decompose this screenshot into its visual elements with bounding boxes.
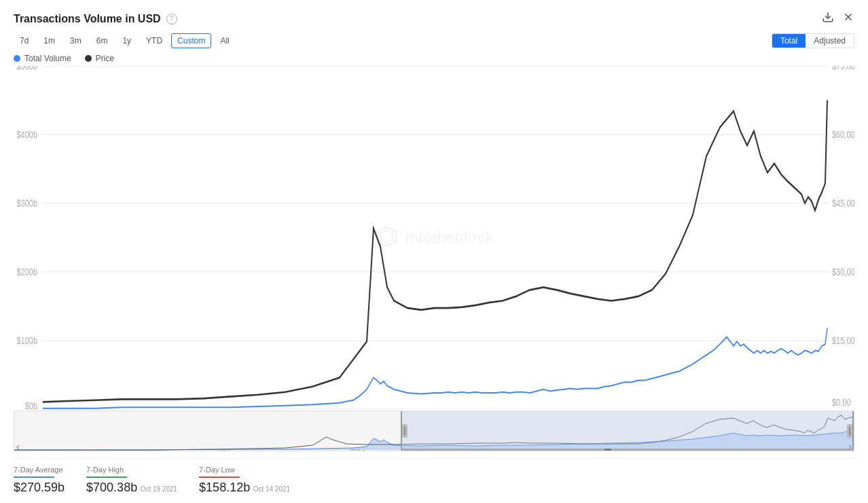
time-filters: 7d 1m 3m 6m 1y YTD Custom All [14, 33, 236, 48]
minimap-left-handle[interactable] [401, 411, 409, 451]
svg-text:$200b: $200b [16, 266, 37, 278]
download-button[interactable] [822, 11, 834, 27]
legend-price: Price [85, 54, 114, 63]
svg-text:$0b: $0b [25, 400, 37, 409]
filter-all[interactable]: All [214, 33, 235, 48]
view-total[interactable]: Total [772, 34, 806, 48]
stat-high-date: Oct 19 2021 [141, 485, 177, 493]
svg-text:$30,000.00: $30,000.00 [832, 266, 854, 278]
chart-area: intotheblock $500b $400b $300b $200b $10… [14, 66, 854, 409]
stat-low-date: Oct 14 2021 [253, 485, 290, 493]
title-area: Transactions Volume in USD ? [14, 13, 177, 25]
minimap-selection[interactable] [401, 411, 854, 451]
svg-text:$300b: $300b [16, 198, 37, 209]
filter-3m[interactable]: 3m [64, 33, 88, 48]
legend-total-volume: Total Volume [14, 54, 71, 63]
stat-avg-label: 7-Day Average [14, 466, 65, 474]
page-title: Transactions Volume in USD [14, 13, 161, 25]
scroll-left[interactable] [14, 444, 22, 451]
toolbar: 7d 1m 3m 6m 1y YTD Custom All Total Adju… [14, 33, 854, 48]
legend-dot-price [85, 55, 92, 62]
filter-ytd[interactable]: YTD [140, 33, 168, 48]
svg-text:$0.00: $0.00 [832, 396, 851, 408]
legend-dot-volume [14, 55, 20, 62]
legend: Total Volume Price [14, 54, 854, 63]
stat-7day-high: 7-Day High $700.38b Oct 19 2021 [86, 466, 177, 495]
stat-high-label: 7-Day High [86, 466, 177, 474]
legend-label-price: Price [96, 54, 114, 63]
svg-text:$400b: $400b [16, 129, 37, 141]
stat-high-line [86, 476, 127, 478]
stat-avg-line [14, 476, 54, 478]
filter-custom[interactable]: Custom [171, 33, 211, 48]
stat-avg-amount: $270.59b [14, 481, 65, 494]
minimap-scrollbar[interactable] [401, 449, 854, 451]
svg-text:$100b: $100b [16, 335, 37, 347]
close-button[interactable] [842, 11, 854, 27]
stat-low-line [199, 476, 240, 478]
svg-text:$75,000.00: $75,000.00 [832, 66, 854, 72]
stat-low-amount: $158.12b [199, 481, 250, 494]
filter-1m[interactable]: 1m [37, 33, 61, 48]
stat-7day-low: 7-Day Low $158.12b Oct 14 2021 [199, 466, 290, 495]
scroll-right[interactable] [846, 444, 854, 451]
minimap-scroll-handle[interactable] [604, 449, 611, 451]
legend-label-volume: Total Volume [24, 54, 71, 63]
main-chart: $500b $400b $300b $200b $100b $0b $75,00… [14, 66, 854, 409]
help-icon[interactable]: ? [166, 14, 177, 24]
stat-avg-value: $270.59b [14, 481, 65, 495]
stat-low-label: 7-Day Low [199, 466, 290, 474]
view-adjusted[interactable]: Adjusted [806, 34, 854, 48]
stat-low-value: $158.12b Oct 14 2021 [199, 481, 290, 495]
svg-text:$60,000.00: $60,000.00 [832, 129, 854, 141]
stat-high-amount: $700.38b [86, 481, 137, 494]
stats-bar: 7-Day Average $270.59b 7-Day High $700.3… [14, 458, 854, 495]
minimap[interactable]: 2010 2012 2014 2016 2018 2020 [14, 411, 854, 451]
svg-text:$15,000.00: $15,000.00 [832, 335, 854, 347]
svg-text:$500b: $500b [16, 66, 37, 72]
view-toggle: Total Adjusted [772, 33, 854, 48]
svg-text:$45,000.00: $45,000.00 [832, 198, 854, 209]
stat-7day-avg: 7-Day Average $270.59b [14, 466, 65, 495]
header: Transactions Volume in USD ? [14, 11, 854, 27]
filter-7d[interactable]: 7d [14, 33, 35, 48]
filter-6m[interactable]: 6m [90, 33, 114, 48]
stat-high-value: $700.38b Oct 19 2021 [86, 481, 177, 495]
filter-1y[interactable]: 1y [116, 33, 137, 48]
header-actions [822, 11, 854, 27]
